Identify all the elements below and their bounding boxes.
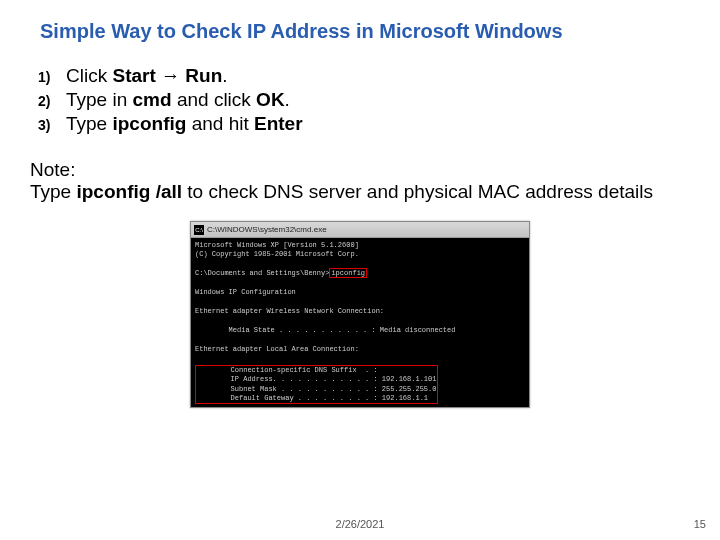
cmd-line <box>195 335 525 344</box>
cmd-line: Connection-specific DNS Suffix . : <box>197 366 436 375</box>
step-text: Type ipconfig and hit Enter <box>66 113 690 135</box>
footer-date: 2/26/2021 <box>336 518 385 530</box>
note-body: Type ipconfig /all to check DNS server a… <box>30 181 690 203</box>
cmd-line: Windows IP Configuration <box>195 288 525 297</box>
step-num: 1) <box>30 69 66 85</box>
step-3: 3) Type ipconfig and hit Enter <box>30 113 690 135</box>
footer-page-number: 15 <box>694 518 706 530</box>
step-text: Type in cmd and click OK. <box>66 89 690 111</box>
step-text: Click Start → Run. <box>66 65 690 87</box>
note-label: Note: <box>30 159 690 181</box>
cmd-titlebar: C:\ C:\WINDOWS\system32\cmd.exe <box>191 222 529 238</box>
cmd-window: C:\ C:\WINDOWS\system32\cmd.exe Microsof… <box>190 221 530 408</box>
cmd-line: Ethernet adapter Local Area Connection: <box>195 345 525 354</box>
cmd-line: (C) Copyright 1985-2001 Microsoft Corp. <box>195 250 525 259</box>
cmd-line: IP Address. . . . . . . . . . . . : 192.… <box>197 375 436 384</box>
cmd-line: Ethernet adapter Wireless Network Connec… <box>195 307 525 316</box>
step-num: 3) <box>30 117 66 133</box>
cmd-title: C:\WINDOWS\system32\cmd.exe <box>207 225 327 234</box>
cmd-body: Microsoft Windows XP [Version 5.1.2600] … <box>191 238 529 407</box>
cmd-output-highlight: Connection-specific DNS Suffix . : IP Ad… <box>195 365 438 405</box>
cmd-line: Microsoft Windows XP [Version 5.1.2600] <box>195 241 525 250</box>
cmd-icon: C:\ <box>194 225 204 235</box>
cmd-line: Subnet Mask . . . . . . . . . . . : 255.… <box>197 385 436 394</box>
step-1: 1) Click Start → Run. <box>30 65 690 87</box>
step-num: 2) <box>30 93 66 109</box>
cmd-line <box>195 298 525 307</box>
cmd-line: Default Gateway . . . . . . . . . : 192.… <box>197 394 436 403</box>
cmd-line <box>195 317 525 326</box>
cmd-line <box>195 279 525 288</box>
steps-list: 1) Click Start → Run. 2) Type in cmd and… <box>30 65 690 135</box>
note-block: Note: Type ipconfig /all to check DNS se… <box>30 159 690 203</box>
cmd-highlight: ipconfig <box>329 268 367 278</box>
page-title: Simple Way to Check IP Address in Micros… <box>40 20 690 43</box>
cmd-line: Media State . . . . . . . . . . . : Medi… <box>195 326 525 335</box>
cmd-prompt-line: C:\Documents and Settings\Benny>ipconfig <box>195 269 525 278</box>
cmd-line <box>195 354 525 363</box>
step-2: 2) Type in cmd and click OK. <box>30 89 690 111</box>
